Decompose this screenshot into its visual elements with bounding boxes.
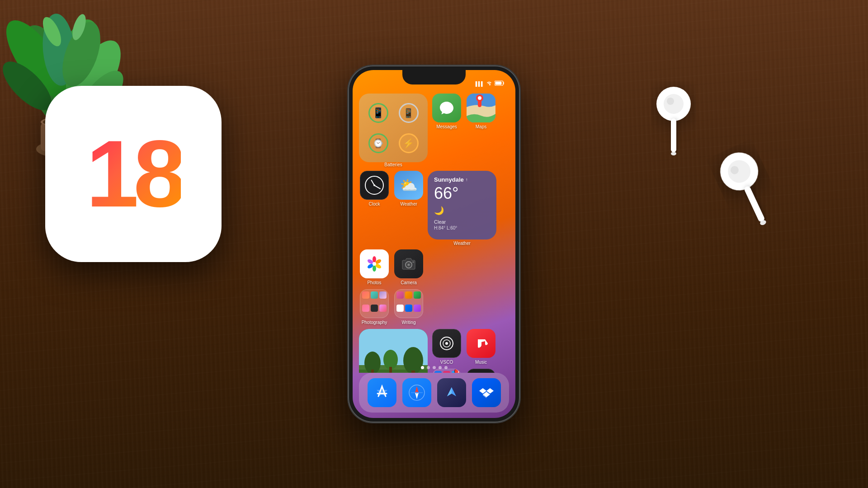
maps-app[interactable]: Maps: [466, 94, 496, 130]
svg-point-61: [664, 94, 684, 114]
ios18-logo: 18: [45, 86, 222, 262]
clock-app[interactable]: Clock: [359, 171, 390, 207]
signal-icon: ▌▌▌: [476, 81, 484, 86]
batteries-widget[interactable]: 📱 📱 ⌚ ⚡: [359, 94, 428, 162]
weather-details: H:84° L:60°: [434, 225, 490, 230]
camera-label: Camera: [401, 280, 417, 285]
page-dot-3[interactable]: [433, 366, 436, 369]
vsco-app[interactable]: VSCO: [431, 329, 462, 365]
svg-marker-54: [415, 386, 419, 393]
safari-dock-icon[interactable]: [402, 378, 431, 407]
weather-app[interactable]: ⛅ Weather: [393, 171, 424, 207]
page-dot-2[interactable]: [427, 366, 430, 369]
home-screen-content: 📱 📱 ⌚ ⚡: [353, 90, 515, 373]
location-arrow-icon: ↑: [466, 177, 468, 182]
page-dot-4[interactable]: [439, 366, 442, 369]
dropbox-dock-icon[interactable]: [472, 378, 501, 407]
svg-marker-55: [415, 393, 419, 399]
airpod-left: [651, 81, 696, 164]
weather-widget-label: Weather: [453, 241, 471, 246]
batteries-label: Batteries: [384, 162, 402, 167]
battery-phone2: 📱: [396, 100, 421, 126]
music-label: Music: [475, 360, 487, 365]
page-dot-1[interactable]: [421, 366, 424, 369]
battery-phone: 📱: [365, 100, 391, 126]
spark-dock-icon[interactable]: [437, 378, 466, 407]
notch: [402, 70, 466, 84]
app-row-3: Photos Camera: [359, 249, 509, 286]
writing-folder[interactable]: Writing: [393, 289, 424, 325]
vsco-music-row: VSCO Music: [431, 329, 496, 365]
wifi-icon: [486, 81, 492, 87]
photography-folder-label: Photography: [362, 320, 387, 325]
svg-point-64: [671, 152, 676, 155]
social-watch-row: 1 Social: [431, 369, 496, 373]
vsco-label: VSCO: [440, 360, 453, 365]
social-folder[interactable]: 1 Social: [431, 369, 462, 373]
svg-point-31: [412, 261, 414, 263]
clock-label: Clock: [368, 202, 380, 206]
appstore-dock-icon[interactable]: [368, 378, 396, 407]
page-dots: [353, 366, 515, 369]
iphone-screen: ▌▌▌ 📱: [353, 70, 515, 418]
writing-folder-label: Writing: [402, 320, 416, 325]
social-badge: 1: [454, 369, 461, 373]
svg-point-62: [667, 98, 674, 105]
svg-rect-36: [371, 370, 374, 373]
svg-point-21: [373, 256, 376, 263]
weather-condition: Clear: [434, 219, 490, 225]
weather-condition-row: 🌙: [434, 206, 490, 216]
weather-city: Sunnydale ↑: [434, 176, 490, 183]
svg-rect-15: [495, 82, 502, 85]
iphone-device: ▌▌▌ 📱: [348, 66, 520, 422]
photography-folder[interactable]: Photography: [359, 289, 390, 325]
dock-spark[interactable]: [437, 378, 466, 407]
batteries-widget-container[interactable]: 📱 📱 ⌚ ⚡: [359, 94, 428, 167]
dock-appstore[interactable]: [368, 378, 396, 407]
app-row-2: Clock ⛅ Weather Sunnydale ↑: [359, 171, 509, 246]
svg-point-44: [445, 342, 448, 345]
app-row-1: 📱 📱 ⌚ ⚡: [359, 94, 509, 167]
battery-charging: ⚡: [396, 130, 421, 156]
svg-rect-63: [671, 118, 676, 152]
svg-point-27: [373, 262, 376, 266]
page-dot-5[interactable]: [444, 366, 448, 369]
ios18-number: 18: [86, 127, 181, 221]
weather-condition-icon: 🌙: [434, 206, 444, 216]
svg-point-24: [373, 265, 376, 272]
weather-widget-container[interactable]: Sunnydale ↑ 66° 🌙 Clear H:84° L:60° Weat…: [428, 171, 496, 246]
battery-icon: [495, 80, 505, 87]
weather-temperature: 66°: [434, 184, 490, 203]
dock-safari[interactable]: [402, 378, 431, 407]
messages-label: Messages: [436, 124, 457, 129]
weather-label: Weather: [400, 202, 417, 206]
dock-dropbox[interactable]: [472, 378, 501, 407]
camera-app[interactable]: Camera: [393, 249, 424, 286]
messages-app[interactable]: Messages: [431, 94, 462, 130]
battery-watch: ⌚: [365, 130, 391, 156]
photos-label: Photos: [367, 280, 381, 285]
weather-widget[interactable]: Sunnydale ↑ 66° 🌙 Clear H:84° L:60°: [428, 171, 496, 239]
svg-point-30: [408, 264, 410, 266]
music-app[interactable]: Music: [466, 329, 496, 365]
svg-point-19: [478, 96, 481, 100]
dock: [359, 373, 509, 413]
status-icons: ▌▌▌: [476, 80, 505, 87]
maps-label: Maps: [476, 124, 486, 129]
svg-rect-68: [743, 185, 765, 223]
photos-app[interactable]: Photos: [359, 249, 390, 286]
app-row-4: Photography Writing: [359, 289, 509, 325]
watch-app[interactable]: 9:37 Watch: [466, 369, 496, 373]
